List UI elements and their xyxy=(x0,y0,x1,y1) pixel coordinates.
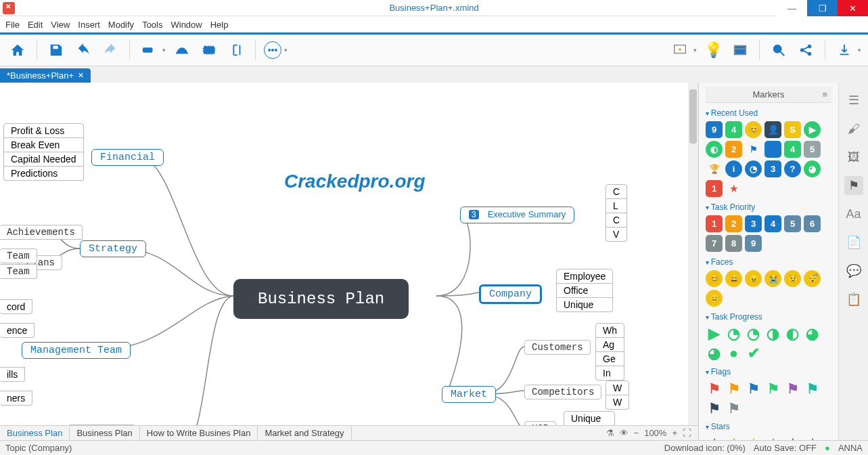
section-priority[interactable]: Task Priority xyxy=(706,202,831,212)
notes-icon[interactable]: 📄 xyxy=(844,233,863,252)
section-flags[interactable]: Flags xyxy=(706,367,831,376)
home-button[interactable] xyxy=(7,39,28,61)
marker[interactable]: ⚑ xyxy=(745,141,762,158)
node-company[interactable]: Company xyxy=(479,284,542,304)
section-stars[interactable]: Stars xyxy=(706,422,831,431)
node-item[interactable]: ence xyxy=(0,323,35,338)
marker[interactable]: ◐ xyxy=(706,141,723,158)
node-item[interactable]: Team xyxy=(0,248,37,263)
marker[interactable]: ★ xyxy=(706,435,723,440)
marker[interactable]: 8 xyxy=(725,235,742,252)
menu-help[interactable]: Help xyxy=(210,20,229,30)
marker[interactable]: ★ xyxy=(764,435,781,440)
marker[interactable]: ★ xyxy=(725,435,742,440)
marker[interactable]: ◕ xyxy=(804,160,821,177)
idea-button[interactable]: 💡 xyxy=(702,39,724,61)
marker[interactable]: 9 xyxy=(745,235,762,252)
marker[interactable]: 😭 xyxy=(764,270,781,287)
mindmap-canvas[interactable]: Crackedpro.org Business Plan Financial P… xyxy=(0,83,698,425)
minimize-button[interactable]: — xyxy=(777,0,807,16)
menu-file[interactable]: File xyxy=(5,20,20,30)
sheet-tab[interactable]: Market and Strategy xyxy=(258,427,351,439)
node-item[interactable]: Break Even xyxy=(3,138,84,152)
sheet-tab[interactable]: Business Plan xyxy=(70,427,139,439)
marker[interactable]: 4 xyxy=(725,121,742,138)
node-item[interactable]: Wh xyxy=(595,323,624,338)
node-item[interactable]: V xyxy=(606,228,627,242)
outline-icon[interactable]: ☰ xyxy=(844,91,863,110)
panel-menu-icon[interactable]: ≡ xyxy=(822,89,827,100)
marker[interactable]: ◑ xyxy=(764,325,781,342)
undo-button[interactable] xyxy=(72,39,94,61)
marker[interactable]: 2 xyxy=(725,215,742,232)
marker[interactable]: 9 xyxy=(706,121,723,138)
node-item[interactable]: Unique xyxy=(556,298,613,312)
marker[interactable]: 1 xyxy=(706,180,723,197)
comments-icon[interactable]: 💬 xyxy=(844,261,863,280)
summary-button[interactable] xyxy=(225,39,247,61)
marker[interactable]: ⚑ xyxy=(706,399,723,416)
section-faces[interactable]: Faces xyxy=(706,257,831,267)
marker[interactable]: 😑 xyxy=(706,290,723,307)
marker[interactable]: ▶ xyxy=(804,121,821,138)
topic-button[interactable] xyxy=(138,39,160,61)
marker[interactable]: 5 xyxy=(804,141,821,158)
filter-icon[interactable]: ⚗ xyxy=(606,428,614,438)
marker[interactable]: 2 xyxy=(725,141,742,158)
marker[interactable]: ⚑ xyxy=(764,380,781,397)
scrollbar-v[interactable] xyxy=(688,83,698,425)
marker[interactable]: 👤 xyxy=(764,121,781,138)
node-financial[interactable]: Financial xyxy=(91,149,164,166)
node-item[interactable]: Employee xyxy=(556,269,613,284)
node-customers[interactable]: Customers xyxy=(524,340,591,355)
marker[interactable]: ⚑ xyxy=(706,380,723,397)
format-icon[interactable]: 🖌 xyxy=(844,119,863,138)
boundary-button[interactable] xyxy=(198,39,220,61)
save-button[interactable] xyxy=(45,39,67,61)
marker[interactable]: 7 xyxy=(706,235,723,252)
task-icon[interactable]: 📋 xyxy=(844,290,863,309)
marker[interactable]: ★ xyxy=(725,180,742,197)
menu-view[interactable]: View xyxy=(51,20,70,30)
marker[interactable]: ◔ xyxy=(745,160,762,177)
zoom-out[interactable]: − xyxy=(634,428,639,438)
node-item[interactable]: Predictions xyxy=(3,167,84,181)
node-item[interactable]: C xyxy=(606,184,627,199)
relationship-button[interactable] xyxy=(171,39,193,61)
section-recent[interactable]: Recent Used xyxy=(706,108,831,118)
node-item[interactable]: ills xyxy=(0,367,25,382)
marker[interactable]: ⚑ xyxy=(725,399,742,416)
node-item[interactable]: Ag xyxy=(595,338,624,352)
node-item[interactable]: Unique xyxy=(564,411,615,425)
maximize-button[interactable]: ❐ xyxy=(807,0,838,16)
marker[interactable]: 😄 xyxy=(725,270,742,287)
fit-icon[interactable]: ⛶ xyxy=(683,428,691,438)
node-exec[interactable]: 3 Executive Summary xyxy=(460,207,574,223)
node-item[interactable]: Team xyxy=(0,264,37,279)
marker[interactable]: ⚑ xyxy=(725,380,742,397)
node-item[interactable]: Ge xyxy=(595,352,624,366)
node-mgmt[interactable]: Management Team xyxy=(22,342,131,359)
marker[interactable]: i xyxy=(725,160,742,177)
marker[interactable]: ★ xyxy=(745,435,762,440)
marker[interactable]: 4 xyxy=(784,141,801,158)
sheet-tab[interactable]: Business Plan xyxy=(0,427,70,439)
text-icon[interactable]: Aa xyxy=(844,204,863,223)
redo-button[interactable] xyxy=(99,39,121,61)
close-tab-icon[interactable]: ✕ xyxy=(78,71,84,80)
node-item[interactable]: Office xyxy=(556,284,613,298)
marker[interactable]: 5 xyxy=(784,215,801,232)
marker[interactable]: ★ xyxy=(784,435,801,440)
marker[interactable]: ◔ xyxy=(725,325,742,342)
marker[interactable]: ⚑ xyxy=(804,380,821,397)
node-strategy[interactable]: Strategy xyxy=(80,240,146,257)
node-item[interactable]: In xyxy=(595,366,624,381)
marker[interactable]: 1 xyxy=(706,215,723,232)
marker[interactable]: ✔ xyxy=(745,345,762,362)
node-item[interactable]: W xyxy=(606,395,629,410)
image-icon[interactable]: 🖼 xyxy=(844,148,863,167)
eye-icon[interactable]: 👁 xyxy=(620,428,629,438)
marker[interactable]: 3 xyxy=(745,215,762,232)
presentation-button[interactable] xyxy=(669,39,691,61)
sheet-tab[interactable]: How to Write Busines Plan xyxy=(140,427,258,439)
